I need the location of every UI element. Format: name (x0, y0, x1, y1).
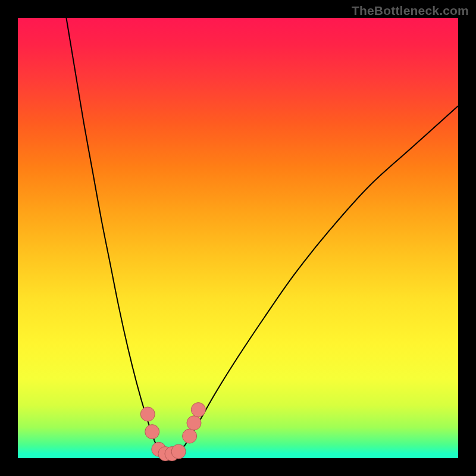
watermark-text: TheBottleneck.com (352, 4, 469, 18)
curve-left-branch (66, 18, 154, 440)
valley-marker (145, 425, 159, 439)
valley-marker (187, 416, 201, 430)
curve-right-branch (185, 106, 458, 445)
curve-overlay (18, 18, 458, 458)
valley-marker (171, 444, 186, 459)
bottleneck-gradient-plot (18, 18, 458, 458)
valley-markers (140, 403, 205, 461)
valley-marker (183, 429, 197, 443)
valley-marker (191, 403, 205, 417)
valley-marker (140, 407, 155, 421)
